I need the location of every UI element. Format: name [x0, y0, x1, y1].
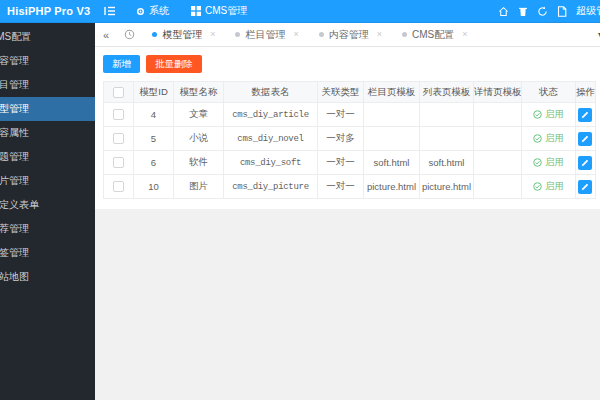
tab[interactable]: CMS配置 ×: [392, 23, 478, 47]
check-circle-icon: [533, 158, 542, 167]
tab[interactable]: 模型管理 ×: [142, 23, 225, 47]
status-label: 启用: [545, 180, 564, 193]
cell-model-id: 4: [134, 103, 174, 127]
sidebar-item[interactable]: 网站地图: [0, 265, 95, 289]
edit-button[interactable]: [578, 108, 592, 122]
cell-category-template: [364, 127, 420, 151]
sidebar-item-label: 标签管理: [0, 241, 29, 265]
cell-model-name: 软件: [174, 151, 224, 175]
cell-model-name: 图片: [174, 175, 224, 199]
status-label: 启用: [545, 156, 564, 169]
sidebar-item[interactable]: 栏目管理: [0, 73, 95, 97]
cell-detail-template: [474, 127, 522, 151]
status-badge[interactable]: 启用: [533, 132, 564, 145]
cell-relation-type: 一对一: [318, 103, 364, 127]
sidebar-item[interactable]: 内容属性: [0, 121, 95, 145]
edit-button[interactable]: [578, 132, 592, 146]
clock-icon: [124, 29, 135, 40]
topnav-item-cms[interactable]: CMS管理: [180, 0, 258, 23]
home-icon[interactable]: [498, 6, 509, 17]
cell-list-template: soft.html: [420, 151, 474, 175]
check-circle-icon: [533, 182, 542, 191]
cell-category-template: [364, 103, 420, 127]
batch-delete-button[interactable]: 批量删除: [146, 55, 202, 73]
cell-detail-template: [474, 151, 522, 175]
grid-icon: [191, 6, 201, 16]
cell-table-name: cms_diy_article: [224, 103, 318, 127]
cell-list-template: [420, 103, 474, 127]
sidebar-item-label: 自定义表单: [0, 193, 39, 217]
main-area: « 模型管理 × 栏目管理 ×: [95, 23, 600, 400]
column-header[interactable]: 状态: [522, 82, 576, 103]
gear-icon: [136, 7, 145, 16]
topnav-item-system[interactable]: 系统: [125, 0, 180, 23]
topbar: HisiPHP Pro V3 系统 CMS管理 超级管理员: [0, 0, 600, 23]
row-checkbox[interactable]: [113, 181, 124, 192]
tab[interactable]: 内容管理 ×: [309, 23, 392, 47]
row-checkbox[interactable]: [113, 157, 124, 168]
status-badge[interactable]: 启用: [533, 108, 564, 121]
sidebar-item[interactable]: 图片管理: [0, 169, 95, 193]
row-checkbox[interactable]: [113, 133, 124, 144]
sidebar-item-label: 网站地图: [0, 265, 29, 289]
content-card: 新增 批量删除 模型ID模型名称数据表名关联类型栏目页模板列表页模板详情页模板状…: [95, 47, 600, 209]
cell-relation-type: 一对多: [318, 127, 364, 151]
column-header[interactable]: 数据表名: [224, 82, 318, 103]
sidebar-item[interactable]: CMS配置: [0, 25, 95, 49]
column-header[interactable]: 操作: [576, 82, 596, 103]
sidebar-item[interactable]: 内容管理: [0, 49, 95, 73]
status-label: 启用: [545, 108, 564, 121]
topnav-item-label: 系统: [149, 4, 169, 18]
tabbar: « 模型管理 × 栏目管理 ×: [95, 23, 600, 47]
sidebar-item[interactable]: 标签管理: [0, 241, 95, 265]
column-header[interactable]: 模型ID: [134, 82, 174, 103]
sidebar-toggle-button[interactable]: [95, 0, 125, 23]
sidebar-item[interactable]: 模型管理: [0, 97, 95, 121]
refresh-icon[interactable]: [537, 6, 548, 17]
sidebar-item[interactable]: 专题管理: [0, 145, 95, 169]
table-header-row: 模型ID模型名称数据表名关联类型栏目页模板列表页模板详情页模板状态操作: [104, 82, 596, 103]
status-label: 启用: [545, 132, 564, 145]
column-header[interactable]: 列表页模板: [420, 82, 474, 103]
column-header[interactable]: 模型名称: [174, 82, 224, 103]
table-row: 10 图片 cms_diy_picture 一对一 picture.html p…: [104, 175, 596, 199]
topbar-right: 超级管理员: [498, 4, 600, 18]
column-header[interactable]: 栏目页模板: [364, 82, 420, 103]
status-badge[interactable]: 启用: [533, 156, 564, 169]
tab-close-icon[interactable]: ×: [210, 30, 215, 39]
cell-model-id: 6: [134, 151, 174, 175]
table-body: 4 文章 cms_diy_article 一对一 启用: [104, 103, 596, 199]
collapse-tabs-icon[interactable]: «: [95, 29, 117, 41]
row-checkbox[interactable]: [113, 109, 124, 120]
cell-category-template: soft.html: [364, 151, 420, 175]
tab[interactable]: 栏目管理 ×: [225, 23, 308, 47]
table-row: 5 小说 cms_diy_novel 一对多 启用: [104, 127, 596, 151]
tab-close-icon[interactable]: ×: [377, 30, 382, 39]
check-circle-icon: [533, 110, 542, 119]
sidebar-item-label: CMS配置: [0, 25, 31, 49]
cell-detail-template: [474, 103, 522, 127]
tab-label: 模型管理: [162, 28, 202, 42]
sidebar-item[interactable]: 自定义表单: [0, 193, 95, 217]
username[interactable]: 超级管理员: [576, 4, 600, 18]
sidebar-item-label: 推荐管理: [0, 217, 29, 241]
column-header[interactable]: 关联类型: [318, 82, 364, 103]
status-badge[interactable]: 启用: [533, 180, 564, 193]
column-header[interactable]: 详情页模板: [474, 82, 522, 103]
add-button[interactable]: 新增: [103, 55, 140, 73]
dashboard-tab[interactable]: [117, 29, 142, 40]
select-all-checkbox[interactable]: [113, 87, 124, 98]
edit-button[interactable]: [578, 156, 592, 170]
sidebar-item-label: 图片管理: [0, 169, 29, 193]
file-icon[interactable]: [557, 6, 567, 17]
edit-button[interactable]: [578, 180, 592, 194]
tab-close-icon[interactable]: ×: [462, 30, 467, 39]
sidebar-item[interactable]: 推荐管理: [0, 217, 95, 241]
cell-relation-type: 一对一: [318, 175, 364, 199]
trash-icon[interactable]: [518, 6, 528, 17]
tab-close-icon[interactable]: ×: [293, 30, 298, 39]
tab-label: CMS配置: [412, 28, 454, 42]
cell-category-template: picture.html: [364, 175, 420, 199]
sidebar-item-label: 内容管理: [0, 49, 29, 73]
tab-dot-icon: [402, 32, 407, 37]
